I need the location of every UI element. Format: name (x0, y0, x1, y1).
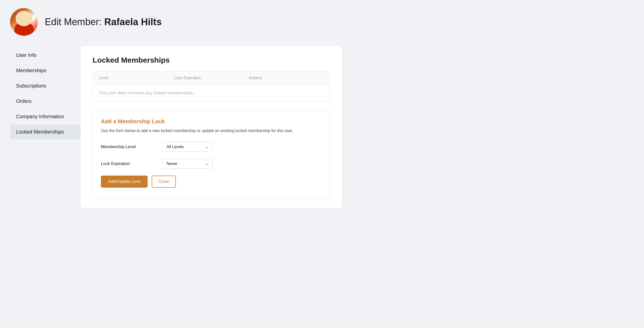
column-header-level: Level (99, 76, 174, 80)
table-header: Level Lock Expiration Actions (93, 72, 330, 85)
lock-expiration-select-wrapper: Never (162, 159, 213, 169)
sidebar-item-subscriptions[interactable]: Subscriptions (10, 78, 80, 93)
page-title-prefix: Edit Member: (45, 17, 104, 27)
button-row: Add/Update Lock Close (101, 176, 322, 188)
close-button[interactable]: Close (152, 176, 176, 188)
member-name: Rafaela Hilts (104, 17, 162, 27)
membership-level-select[interactable]: All Levels (162, 142, 213, 152)
avatar (10, 8, 38, 36)
column-header-lock-expiration: Lock Expiration (174, 76, 249, 80)
lock-expiration-label: Lock Expiration (101, 161, 156, 166)
sidebar-item-user-info[interactable]: User Info (10, 48, 80, 63)
add-lock-description: Use the form below to add a new locked m… (101, 128, 322, 134)
sidebar-item-locked-memberships[interactable]: Locked Memberships (10, 125, 80, 139)
page-header: Edit Member: Rafaela Hilts (10, 8, 342, 36)
membership-level-select-wrapper: All Levels (162, 142, 213, 152)
sidebar-item-memberships[interactable]: Memberships (10, 63, 80, 78)
table-empty-message: This user does not have any locked membe… (93, 85, 330, 102)
sidebar-item-company-information[interactable]: Company Information (10, 109, 80, 124)
add-lock-section: Add a Membership Lock Use the form below… (93, 110, 330, 198)
section-title: Locked Memberships (93, 56, 330, 64)
membership-level-row: Membership Level All Levels (101, 142, 322, 152)
page-title: Edit Member: Rafaela Hilts (45, 17, 162, 27)
add-update-lock-button[interactable]: Add/Update Lock (101, 176, 148, 188)
lock-expiration-select[interactable]: Never (162, 159, 213, 169)
locked-memberships-table: Level Lock Expiration Actions This user … (93, 71, 330, 102)
column-header-actions: Actions (249, 76, 324, 80)
membership-level-label: Membership Level (101, 144, 156, 149)
content-area: User Info Memberships Subscriptions Orde… (10, 46, 342, 208)
sidebar-item-orders[interactable]: Orders (10, 94, 80, 109)
add-lock-title: Add a Membership Lock (101, 118, 322, 125)
main-content: Locked Memberships Level Lock Expiration… (80, 46, 342, 208)
sidebar: User Info Memberships Subscriptions Orde… (10, 46, 80, 208)
lock-expiration-row: Lock Expiration Never (101, 159, 322, 169)
